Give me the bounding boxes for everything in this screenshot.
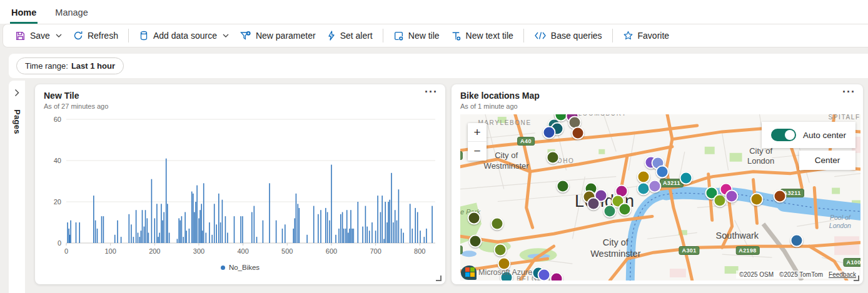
svg-text:600: 600 — [326, 247, 337, 255]
bike-location-dot[interactable] — [750, 193, 764, 206]
bike-location-dot[interactable] — [790, 234, 803, 247]
tile-title: New Tile — [44, 91, 79, 101]
road-shield: A2198 — [735, 246, 760, 255]
svg-text:0: 0 — [64, 247, 68, 255]
svg-text:40: 40 — [54, 157, 61, 164]
lightning-icon — [327, 31, 336, 41]
microsoft-logo-icon — [465, 267, 475, 277]
svg-text:0: 0 — [58, 239, 61, 247]
zoom-out-button[interactable]: − — [468, 142, 487, 161]
road-shield: A5 — [460, 151, 462, 160]
road-shield: A40 — [517, 137, 535, 146]
favorite-button[interactable]: Favorite — [617, 27, 675, 44]
svg-text:300: 300 — [193, 247, 204, 255]
tab-manage[interactable]: Manage — [54, 2, 89, 24]
road-shield: A301 — [679, 246, 700, 255]
tile-resize-handle[interactable] — [436, 276, 442, 281]
road-shield: A100 — [844, 258, 860, 267]
toolbar: Save Refresh Add data source New paramet… — [3, 24, 868, 47]
bike-location-dot[interactable] — [725, 190, 738, 203]
bike-location-dot[interactable] — [572, 126, 585, 139]
tabs-bar: Home Manage — [0, 0, 868, 24]
toolbar-divider — [612, 29, 613, 42]
map-attribution: ©2025 OSM ©2025 TomTom Feedback — [736, 271, 859, 279]
pages-label: Pages — [13, 109, 22, 134]
map-zoom-controls: + − — [468, 123, 487, 161]
refresh-button[interactable]: Refresh — [68, 27, 124, 44]
more-options-button[interactable]: ··· — [842, 86, 855, 99]
bike-location-dot[interactable] — [774, 189, 787, 202]
new-text-tile-button[interactable]: New text tile — [445, 27, 519, 44]
zoom-in-button[interactable]: + — [468, 123, 487, 142]
legend-label: No_Bikes — [229, 264, 260, 271]
svg-text:500: 500 — [281, 247, 293, 255]
bike-location-dot[interactable] — [543, 126, 556, 139]
database-icon — [139, 31, 149, 41]
star-icon — [623, 31, 633, 41]
more-options-button[interactable]: ··· — [425, 86, 438, 99]
bike-location-dot[interactable] — [587, 197, 600, 210]
new-text-tile-icon — [451, 31, 462, 41]
save-icon — [15, 31, 26, 41]
tile-bike-locations-map: Bike locations Map As of 1 minute ago ··… — [452, 84, 863, 284]
tile-resize-handle[interactable] — [854, 276, 859, 281]
bar-chart-area: 02040600100200300400500600700800 — [39, 114, 442, 259]
auto-center-label: Auto center — [803, 131, 846, 140]
bike-location-dot[interactable] — [468, 235, 482, 248]
osm-attribution: ©2025 OSM — [739, 271, 774, 278]
save-button[interactable]: Save — [9, 27, 68, 44]
feedback-link[interactable]: Feedback — [829, 271, 856, 278]
bike-location-dot[interactable] — [490, 217, 503, 231]
svg-text:800: 800 — [414, 247, 425, 255]
azure-logo: Microsoft Azure — [465, 267, 532, 277]
bike-location-dot[interactable] — [538, 268, 551, 281]
bike-location-dot[interactable] — [637, 170, 650, 183]
bike-location-dot[interactable] — [618, 203, 632, 216]
time-range-filter[interactable]: Time range: Last 1 hour — [16, 57, 124, 74]
bike-location-dot[interactable] — [546, 151, 559, 164]
bar-chart: 02040600100200300400500600700800 — [39, 114, 442, 259]
new-tile-icon — [393, 31, 404, 41]
tab-home[interactable]: Home — [10, 2, 38, 24]
tomtom-attribution: ©2025 TomTom — [779, 271, 823, 278]
center-button[interactable]: Center — [799, 151, 855, 170]
svg-text:100: 100 — [104, 247, 116, 255]
toolbar-divider — [128, 29, 129, 42]
tile-title: Bike locations Map — [460, 91, 540, 101]
toggle-knob — [785, 130, 795, 140]
tile-as-of: As of 1 minute ago — [460, 102, 518, 110]
base-queries-button[interactable]: Base queries — [528, 27, 608, 44]
add-data-source-button[interactable]: Add data source — [133, 27, 235, 44]
auto-center-panel: Auto center — [762, 122, 855, 148]
bike-location-dot[interactable] — [557, 179, 570, 192]
set-alert-button[interactable]: Set alert — [321, 27, 378, 44]
chevron-down-icon — [56, 34, 62, 37]
chevron-right-icon[interactable] — [14, 88, 19, 99]
toolbar-divider — [523, 29, 524, 42]
svg-text:200: 200 — [149, 247, 160, 255]
code-icon — [534, 31, 547, 40]
map-canvas[interactable]: MARYLEBONEBLOOMSBURYSPITALFIELSOHOBELGRA… — [460, 114, 860, 281]
toolbar-divider — [383, 29, 383, 42]
road-shield: A4 — [460, 246, 462, 254]
new-parameter-button[interactable]: New parameter — [235, 27, 321, 44]
refresh-icon — [73, 31, 83, 41]
new-tile-button[interactable]: New tile — [388, 27, 445, 44]
chevron-down-icon — [223, 34, 229, 37]
bike-location-dot[interactable] — [656, 165, 669, 178]
azure-logo-text: Microsoft Azure — [478, 268, 532, 277]
bike-location-dot[interactable] — [603, 204, 617, 217]
pages-sidebar[interactable]: Pages — [9, 81, 25, 293]
bike-location-dot[interactable] — [648, 179, 662, 192]
bike-location-dot[interactable] — [494, 243, 507, 256]
tile-as-of: As of 27 minutes ago — [44, 102, 108, 110]
time-range-value: Last 1 hour — [71, 61, 115, 71]
bike-location-dot[interactable] — [679, 171, 692, 184]
svg-text:60: 60 — [54, 116, 61, 123]
bike-location-dot[interactable] — [468, 212, 481, 225]
svg-text:700: 700 — [370, 247, 381, 255]
tile-new-tile: New Tile As of 27 minutes ago ··· 020406… — [35, 84, 445, 284]
auto-center-toggle[interactable] — [771, 129, 796, 141]
legend-dot — [221, 266, 225, 270]
legend-item-no-bikes[interactable]: No_Bikes — [35, 264, 445, 271]
